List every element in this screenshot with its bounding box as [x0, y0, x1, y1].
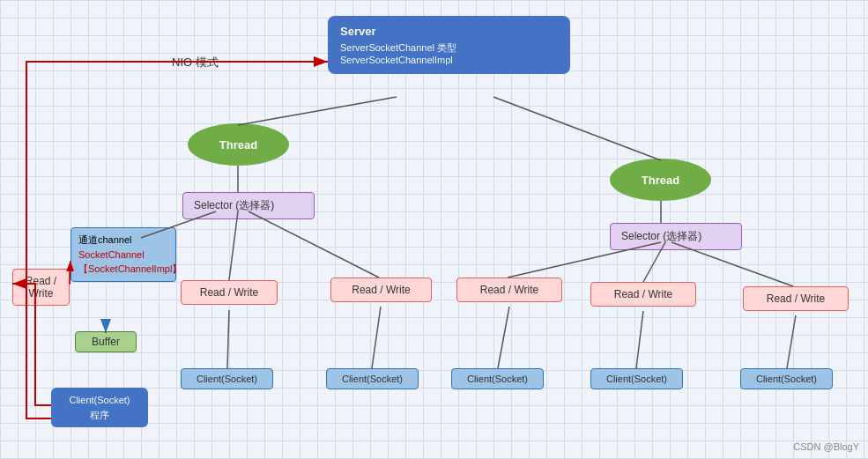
watermark: CSDN @BlogY	[793, 441, 859, 452]
svg-line-8	[229, 211, 238, 280]
client3-label: Client(Socket)	[467, 374, 528, 384]
rw-box-5: Read / Write	[743, 286, 849, 311]
selector1-label: Selector (选择器)	[194, 199, 274, 211]
svg-line-4	[238, 97, 397, 125]
nio-label: NIO 模式	[172, 55, 219, 70]
rw3-label: Read / Write	[480, 284, 538, 296]
client-box-3: Client(Socket)	[451, 368, 544, 389]
rw-left-box: Read /Write	[12, 269, 70, 306]
rw2-label: Read / Write	[352, 284, 410, 296]
rw-box-1: Read / Write	[181, 280, 278, 305]
client-box-5: Client(Socket)	[740, 368, 833, 389]
client-prog-box: Client(Socket) 程序	[51, 388, 148, 427]
thread-ellipse-2: Thread	[610, 159, 711, 201]
svg-line-17	[787, 315, 796, 368]
svg-line-15	[498, 307, 509, 368]
server-line1: ServerSocketChannel 类型	[340, 41, 558, 55]
client-box-4: Client(Socket)	[590, 368, 683, 389]
thread1-label: Thread	[219, 138, 257, 152]
svg-line-13	[227, 310, 229, 368]
rw5-label: Read / Write	[767, 292, 825, 305]
rw-box-2: Read / Write	[330, 278, 432, 302]
client-prog-line2: 程序	[58, 408, 141, 423]
client-box-1: Client(Socket)	[181, 368, 273, 389]
svg-line-14	[372, 307, 381, 368]
rw1-label: Read / Write	[200, 286, 258, 299]
client2-label: Client(Socket)	[342, 374, 403, 384]
svg-line-5	[493, 97, 661, 160]
buffer-label: Buffer	[92, 336, 120, 348]
channel-line2: 【SocketChannelImpl】	[78, 263, 168, 276]
rw-box-4: Read / Write	[590, 282, 696, 307]
client4-label: Client(Socket)	[606, 374, 667, 384]
client1-label: Client(Socket)	[197, 374, 257, 384]
buffer-box: Buffer	[75, 331, 137, 352]
server-title: Server	[340, 25, 558, 38]
channel-box: 通道channel SocketChannel 【SocketChannelIm…	[70, 227, 176, 282]
svg-line-16	[636, 311, 643, 368]
rw4-label: Read / Write	[614, 288, 672, 300]
channel-line1: SocketChannel	[78, 248, 168, 262]
channel-title: 通道channel	[78, 233, 168, 247]
thread2-label: Thread	[642, 174, 679, 187]
server-line2: ServerSocketChannelImpl	[340, 55, 558, 65]
client5-label: Client(Socket)	[756, 374, 817, 384]
thread-ellipse-1: Thread	[188, 123, 289, 166]
client-prog-line1: Client(Socket)	[58, 393, 141, 408]
selector-box-1: Selector (选择器)	[182, 192, 315, 219]
rw-left-label: Read /Write	[26, 275, 56, 300]
client-box-2: Client(Socket)	[326, 368, 419, 389]
server-box: Server ServerSocketChannel 类型 ServerSock…	[328, 16, 570, 74]
selector-box-2: Selector (选择器)	[610, 223, 742, 250]
selector2-label: Selector (选择器)	[621, 230, 701, 242]
svg-line-9	[249, 211, 379, 278]
rw-box-3: Read / Write	[456, 278, 562, 302]
